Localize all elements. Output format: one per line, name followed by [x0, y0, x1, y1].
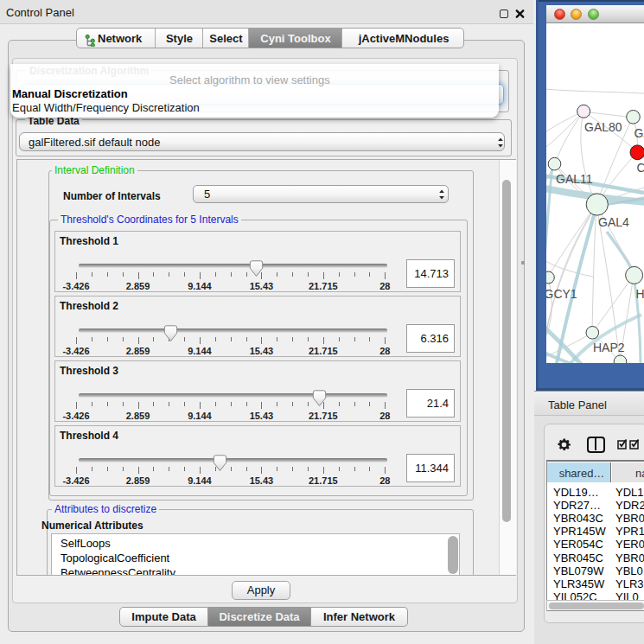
svg-text:GAL80: GAL80	[584, 120, 622, 134]
svg-text:GCY1: GCY1	[546, 287, 577, 301]
svg-text:HAP2: HAP2	[593, 341, 625, 354]
svg-text:C: C	[637, 161, 644, 175]
svg-text:GAL4: GAL4	[598, 215, 629, 229]
svg-text:GA: GA	[634, 126, 644, 140]
svg-text:HI: HI	[636, 287, 644, 301]
svg-text:GAL11: GAL11	[556, 172, 593, 186]
